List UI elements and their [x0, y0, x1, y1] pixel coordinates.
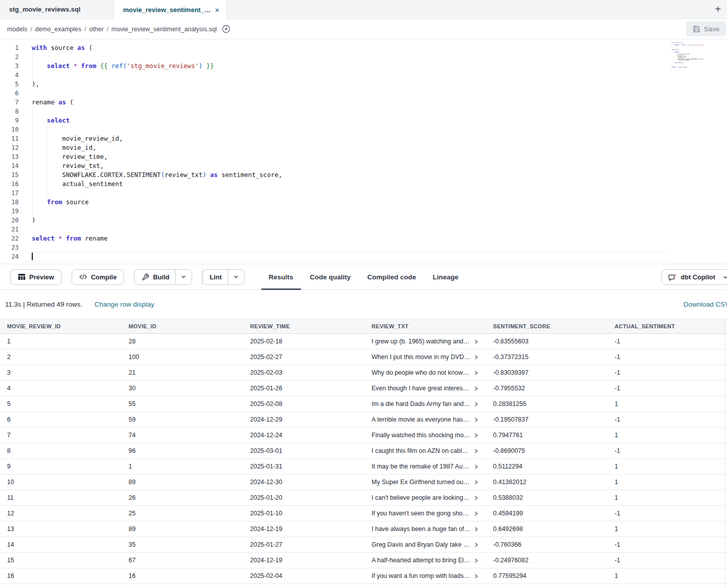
code-line[interactable]: 7rename as ( — [0, 98, 727, 107]
build-dropdown-button[interactable] — [175, 269, 192, 285]
code-line[interactable]: 12 movie_id, — [0, 143, 727, 152]
expand-cell-icon[interactable] — [473, 370, 479, 376]
expand-cell-icon[interactable] — [473, 558, 479, 563]
table-row[interactable]: 10892024-12-30My Super Ex Girlfriend tur… — [0, 475, 727, 490]
expand-cell-icon[interactable] — [473, 511, 479, 516]
table-row[interactable]: 3212025-02-03Why do people who do not kn… — [0, 365, 727, 381]
compile-button[interactable]: Compile — [72, 269, 124, 285]
table-edge-divider — [724, 319, 725, 588]
table-row[interactable]: 16162025-02-04If you want a fun romp wit… — [0, 568, 727, 584]
download-csv-link[interactable]: Download CSV — [683, 301, 727, 308]
code-line[interactable]: 4 — [0, 71, 727, 80]
lint-dropdown-button[interactable] — [228, 269, 245, 285]
table-row[interactable]: 11262025-01-20I can't believe people are… — [0, 490, 727, 506]
table-row[interactable]: 6592024-12-29A terrible movie as everyon… — [0, 412, 727, 428]
table-cell: 17 — [0, 584, 122, 588]
table-row[interactable]: 15672024-12-19A half-hearted attempt to … — [0, 553, 727, 568]
tab-stg-movie-reviews[interactable]: stg_movie_reviews.sql — [0, 0, 113, 19]
column-header[interactable]: MOVIE_REVIEW_ID — [0, 319, 122, 333]
table-row[interactable]: 8962025-03-01I caught this film on AZN o… — [0, 443, 727, 459]
table-row[interactable]: 12252025-01-10If you haven't seen the go… — [0, 506, 727, 521]
code-editor[interactable]: 1with source as (23 select * from {{ ref… — [0, 40, 727, 264]
code-line[interactable]: 15 SNOWFLAKE.CORTEX.SENTIMENT(review_txt… — [0, 170, 727, 180]
build-button[interactable]: Build — [134, 269, 175, 285]
save-icon — [693, 25, 700, 33]
expand-cell-icon[interactable] — [473, 495, 479, 501]
code-line[interactable]: 3 select * from {{ ref('stg_movie_review… — [0, 62, 727, 71]
expand-cell-icon[interactable] — [473, 464, 479, 469]
line-number: 6 — [0, 89, 19, 98]
new-tab-button[interactable]: + — [715, 4, 721, 15]
table-row[interactable]: 1282025-02-18I grew up (b. 1965) watchin… — [0, 334, 727, 349]
code-line[interactable]: 20) — [0, 216, 727, 225]
code-line[interactable]: 9 select — [0, 116, 727, 125]
code-line[interactable]: 22select * from rename — [0, 234, 727, 243]
code-line[interactable]: 2 — [0, 52, 727, 62]
expand-cell-icon[interactable] — [473, 542, 479, 548]
column-header[interactable]: SENTIMENT_SCORE — [486, 319, 608, 333]
table-cell: I grew up (b. 1965) watching and lovin — [365, 334, 486, 349]
table-cell: Why do people who do not know what — [365, 365, 486, 380]
editor-minimap[interactable]: with source as ( select * from {{ ref('s… — [672, 42, 704, 72]
expand-cell-icon[interactable] — [473, 401, 479, 407]
save-button[interactable]: Save — [686, 21, 726, 36]
review-text: A terrible movie as everyone has said. — [372, 416, 470, 423]
table-row[interactable]: 912025-01-31It may be the remake of 1987… — [0, 459, 727, 475]
code-line[interactable]: 10 — [0, 125, 727, 134]
tab-movie-review-sentiment[interactable]: movie_review_sentiment_… × — [113, 0, 227, 19]
table-row[interactable]: 13892024-12-19I have always been a huge … — [0, 521, 727, 537]
preview-button[interactable]: Preview — [10, 269, 62, 285]
code-line[interactable]: 19 — [0, 207, 727, 216]
code-line[interactable]: 5), — [0, 80, 727, 89]
lint-button[interactable]: Lint — [202, 269, 228, 285]
code-line[interactable]: 1with source as ( — [0, 43, 727, 52]
table-row[interactable]: 5552025-02-08Im a die hard Dads Army fan… — [0, 396, 727, 412]
tab-code-quality[interactable]: Code quality — [310, 264, 351, 289]
change-row-display-link[interactable]: Change row display — [94, 301, 154, 308]
code-line[interactable]: 21 — [0, 225, 727, 234]
expand-cell-icon[interactable] — [473, 573, 479, 579]
code-line[interactable]: 18 from source — [0, 198, 727, 207]
tab-lineage[interactable]: Lineage — [433, 264, 458, 289]
column-header[interactable]: REVIEW_TXT — [365, 319, 486, 333]
expand-cell-icon[interactable] — [473, 339, 479, 344]
line-number: 18 — [0, 198, 19, 207]
chevron-down-icon — [722, 274, 727, 280]
table-cell: A terrible movie as everyone has said. — [365, 412, 486, 427]
expand-cell-icon[interactable] — [473, 417, 479, 423]
table-cell: 16 — [0, 568, 122, 583]
table-row[interactable]: 17992024-12-21I really wanted to be able… — [0, 584, 727, 588]
expand-cell-icon[interactable] — [473, 433, 479, 438]
copilot-chat-icon — [668, 273, 677, 281]
column-header[interactable]: MOVIE_ID — [122, 319, 243, 333]
expand-cell-icon[interactable] — [473, 355, 479, 360]
table-cell: When I put this movie in my DVD playe — [365, 349, 486, 365]
table-cell: -1 — [608, 553, 727, 568]
code-line[interactable]: 8 — [0, 107, 727, 116]
column-header[interactable]: ACTUAL_SENTIMENT — [608, 319, 727, 333]
close-tab-icon[interactable]: × — [215, 6, 219, 14]
table-cell: I caught this film on AZN on cable. It s — [365, 443, 486, 458]
expand-cell-icon[interactable] — [473, 448, 479, 454]
tab-compiled-code[interactable]: Compiled code — [368, 264, 416, 289]
compass-icon[interactable] — [222, 25, 230, 33]
code-line[interactable]: 24 — [0, 252, 727, 261]
expand-cell-icon[interactable] — [473, 480, 479, 485]
code-line[interactable]: 23 — [0, 243, 727, 252]
tab-results[interactable]: Results — [269, 264, 293, 289]
code-line[interactable]: 11 movie_review_id, — [0, 134, 727, 143]
code-line[interactable]: 13 review_time, — [0, 152, 727, 161]
table-row[interactable]: 4302025-01-26Even though I have great in… — [0, 381, 727, 396]
code-line[interactable]: 16 actual_sentiment — [0, 180, 727, 189]
code-line[interactable]: 14 review_txt, — [0, 161, 727, 170]
expand-cell-icon[interactable] — [473, 386, 479, 391]
table-row[interactable]: 7742024-12-24Finally watched this shocki… — [0, 428, 727, 443]
table-row[interactable]: 21002025-02-27When I put this movie in m… — [0, 349, 727, 365]
table-row[interactable]: 14352025-01-27Greg Davis and Bryan Daly … — [0, 537, 727, 553]
code-line[interactable]: 6 — [0, 89, 727, 98]
expand-cell-icon[interactable] — [473, 526, 479, 532]
code-line[interactable]: 17 — [0, 189, 727, 198]
dbt-copilot-button[interactable]: dbt Copilot — [661, 269, 727, 285]
table-cell: -0.8690075 — [486, 443, 608, 458]
column-header[interactable]: REVIEW_TIME — [243, 319, 365, 333]
